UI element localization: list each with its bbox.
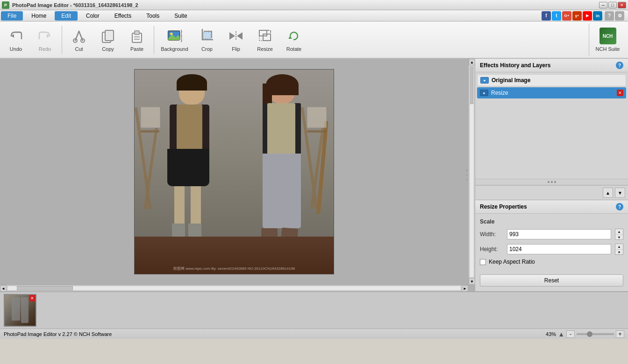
menu-item-tools[interactable]: Tools (140, 11, 166, 21)
zoom-slider[interactable] (577, 333, 614, 335)
width-spinner-down[interactable]: ▼ (615, 234, 623, 239)
zoom-up-arrow[interactable]: ▲ (558, 330, 564, 338)
gplus-icon[interactable]: g+ (572, 11, 582, 21)
width-input[interactable] (507, 229, 611, 239)
cut-button[interactable]: Cut (65, 23, 93, 56)
layer-resize-close-button[interactable]: ✕ (617, 90, 623, 96)
height-label: Height: (480, 246, 503, 252)
menu-item-file[interactable]: File (1, 11, 23, 21)
nch-suite-button[interactable]: NCH NCH Suite (589, 23, 626, 56)
status-text: PhotoPad Image Editor v 2.27 © NCH Softw… (4, 331, 112, 337)
layer-down-button[interactable]: ▼ (615, 188, 625, 198)
svg-marker-35 (288, 36, 292, 39)
scroll-track-v[interactable] (469, 66, 474, 278)
menu-item-effects[interactable]: Effects (108, 11, 138, 21)
paste-button[interactable]: Paste (123, 23, 151, 56)
undo-icon (7, 28, 24, 44)
easel-right (303, 107, 331, 238)
copy-icon (100, 28, 116, 44)
keep-aspect-checkbox[interactable] (480, 259, 486, 265)
vertical-scrollbar[interactable]: ▲ ▼ (468, 59, 475, 285)
paste-icon (128, 28, 145, 44)
copy-button[interactable]: Copy (94, 23, 122, 56)
close-button[interactable]: ✕ (618, 2, 626, 8)
layer-resize[interactable]: ● Resize ✕ (477, 87, 626, 98)
layer-visibility-original[interactable]: ● (480, 77, 489, 84)
layer-visibility-resize[interactable]: ● (480, 90, 488, 96)
flip-label: Flip (232, 46, 240, 52)
copy-label: Copy (102, 46, 114, 52)
maximize-button[interactable]: □ (608, 2, 617, 8)
layer-arrows: ▲ ▼ (475, 185, 628, 200)
menu-item-edit[interactable]: Edit (55, 11, 78, 21)
menu-item-suite[interactable]: Suite (168, 11, 193, 21)
scroll-left-button[interactable]: ◄ (0, 285, 7, 291)
zoom-out-button[interactable]: - (566, 330, 575, 338)
resize-label: Resize (257, 46, 273, 52)
settings-icon[interactable]: ⚙ (615, 11, 624, 21)
resize-icon (257, 28, 273, 44)
width-spinner: ▲ ▼ (615, 229, 623, 240)
zoom-controls: 43% ▲ - + (546, 330, 624, 338)
resize-button[interactable]: Resize (251, 23, 279, 56)
horizontal-scrollbar[interactable]: ◄ ► (0, 285, 468, 291)
properties-help-button[interactable]: ? (616, 203, 623, 210)
width-label: Width: (480, 231, 503, 238)
scroll-track-h[interactable] (7, 286, 461, 291)
svg-marker-24 (229, 32, 235, 40)
toolbar-sep-1 (62, 26, 62, 54)
rotate-button[interactable]: Rotate (280, 23, 308, 56)
title-bar: P PhotoPad Image Editor - *6031316_16432… (0, 0, 628, 10)
rotate-label: Rotate (286, 46, 301, 52)
twitter-icon[interactable]: t (552, 11, 561, 21)
status-bar: PhotoPad Image Editor v 2.27 © NCH Softw… (0, 329, 628, 339)
scroll-thumb-h[interactable] (17, 286, 73, 291)
scroll-thumb-v[interactable] (470, 67, 473, 104)
height-spinner-up[interactable]: ▲ (615, 244, 623, 249)
window-title: PhotoPad Image Editor - *6031316_1643286… (12, 2, 138, 8)
help-icon[interactable]: ? (605, 11, 614, 21)
flip-button[interactable]: Flip (222, 23, 250, 56)
google-icon[interactable]: G+ (562, 11, 571, 21)
height-input[interactable] (507, 244, 611, 254)
nch-suite-label: NCH Suite (596, 46, 620, 52)
rotate-icon (285, 28, 302, 44)
thumbnail-close-button[interactable]: ✕ (29, 295, 36, 301)
menu-item-home[interactable]: Home (25, 11, 53, 21)
layer-original[interactable]: ● Original Image (477, 74, 626, 86)
youtube-icon[interactable]: ▶ (583, 11, 592, 21)
background-button[interactable]: Background (157, 23, 192, 56)
reset-button[interactable]: Reset (480, 274, 623, 287)
menu-item-color[interactable]: Color (79, 11, 106, 21)
minimize-button[interactable]: ─ (599, 2, 607, 8)
toolbar: Undo Redo Cut (0, 21, 628, 59)
undo-button[interactable]: Undo (2, 23, 30, 56)
effects-help-button[interactable]: ? (616, 62, 623, 69)
cut-label: Cut (75, 46, 83, 52)
thumbnail-1[interactable]: ✕ (4, 294, 36, 327)
keep-aspect-row: Keep Aspect Ratio (480, 259, 623, 265)
zoom-in-button[interactable]: + (616, 330, 624, 338)
keep-aspect-label: Keep Aspect Ratio (489, 259, 535, 265)
height-spinner-down[interactable]: ▼ (615, 249, 623, 254)
crop-button[interactable]: Crop (193, 23, 221, 56)
dot-3 (554, 181, 556, 183)
social-icons-bar: f t G+ g+ ▶ in ? ⚙ (542, 11, 628, 21)
linkedin-icon[interactable]: in (593, 11, 602, 21)
scroll-right-button[interactable]: ► (462, 285, 468, 291)
height-spinner: ▲ ▼ (615, 244, 623, 255)
scroll-down-button[interactable]: ▼ (469, 278, 475, 285)
nch-suite-icon: NCH (599, 28, 616, 44)
height-row: Height: ▲ ▼ (480, 244, 623, 255)
window-controls: ─ □ ✕ (599, 2, 626, 8)
layer-up-button[interactable]: ▲ (603, 188, 613, 198)
figure-left (158, 74, 228, 261)
properties-panel-header: Resize Properties ? (475, 200, 628, 214)
properties-panel: Resize Properties ? Scale Width: ▲ ▼ Hei… (475, 200, 628, 291)
width-spinner-up[interactable]: ▲ (615, 229, 623, 234)
scroll-up-button[interactable]: ▲ (469, 59, 475, 65)
zoom-slider-thumb[interactable] (587, 331, 592, 337)
redo-button[interactable]: Redo (31, 23, 59, 56)
facebook-icon[interactable]: f (542, 11, 551, 21)
title-bar-left: P PhotoPad Image Editor - *6031316_16432… (2, 1, 138, 9)
